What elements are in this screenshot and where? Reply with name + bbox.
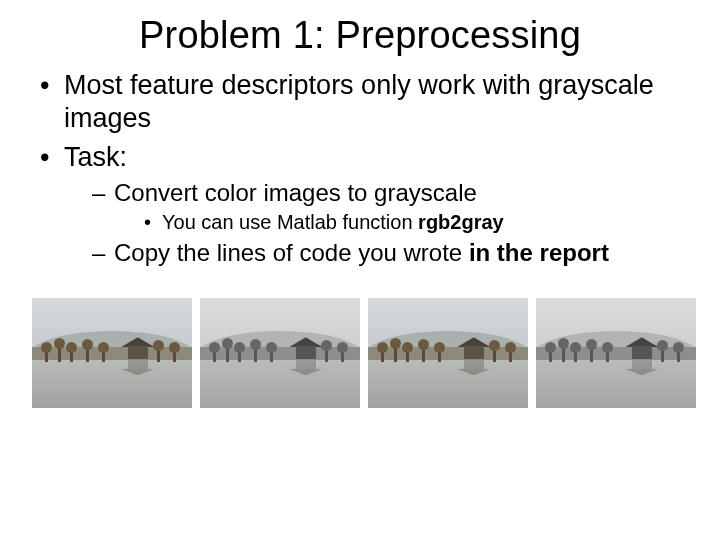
subsub-bullet-list: You can use Matlab function rgb2gray: [114, 210, 692, 234]
example-image-grayscale: [536, 298, 696, 408]
sub-bullet-item: Copy the lines of code you wrote in the …: [92, 238, 692, 267]
sub-bullet-text: Copy the lines of code you wrote: [114, 239, 469, 266]
bullet-text: Most feature descriptors only work with …: [64, 70, 654, 133]
sub-bullet-item: Convert color images to grayscale You ca…: [92, 178, 692, 235]
example-image-grayscale: [200, 298, 360, 408]
image-row: [28, 298, 692, 408]
sub-bullet-list: Convert color images to grayscale You ca…: [64, 178, 692, 268]
slide-title: Problem 1: Preprocessing: [28, 14, 692, 57]
sub-bullet-text: Convert color images to grayscale: [114, 179, 477, 206]
code-name: rgb2gray: [418, 211, 504, 233]
emphasis-text: in the report: [469, 239, 609, 266]
bullet-list: Most feature descriptors only work with …: [28, 69, 692, 268]
subsub-bullet-text: You can use Matlab function: [162, 211, 418, 233]
example-image-color: [32, 298, 192, 408]
example-image-color: [368, 298, 528, 408]
bullet-item: Most feature descriptors only work with …: [40, 69, 692, 135]
subsub-bullet-item: You can use Matlab function rgb2gray: [144, 210, 692, 234]
bullet-text: Task:: [64, 142, 127, 172]
slide: Problem 1: Preprocessing Most feature de…: [0, 0, 720, 540]
bullet-item: Task: Convert color images to grayscale …: [40, 141, 692, 268]
